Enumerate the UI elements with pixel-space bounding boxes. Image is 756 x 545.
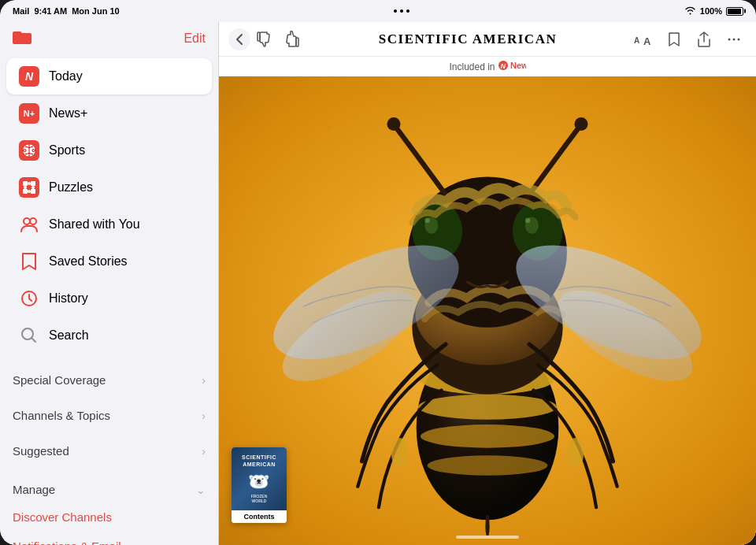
sidebar-item-puzzles[interactable]: Puzzles (6, 169, 212, 206)
svg-text:A: A (634, 36, 639, 45)
svg-text:News+: News+ (510, 61, 526, 70)
svg-rect-5 (31, 181, 35, 186)
suggested-title: Suggested (13, 444, 69, 458)
status-dot-1 (394, 9, 397, 13)
channels-topics-title: Channels & Topics (13, 409, 110, 422)
battery-fill (728, 9, 741, 14)
svg-point-12 (24, 218, 30, 224)
svg-point-22 (738, 38, 740, 40)
shared-label: Shared with You (49, 217, 140, 232)
special-coverage-title: Special Coverage (13, 373, 106, 387)
suggested-chevron: › (202, 445, 206, 458)
svg-point-35 (428, 455, 548, 476)
discover-channels-link[interactable]: Discover Channels (0, 502, 218, 532)
sidebar-item-sports[interactable]: Sports (6, 132, 212, 169)
special-coverage-chevron: › (202, 374, 206, 387)
svg-rect-17 (296, 38, 298, 46)
folder-icon (13, 28, 32, 48)
more-button[interactable] (721, 27, 747, 52)
manage-section: Manage ⌄ Discover Channels Notifications… (0, 470, 218, 545)
special-coverage-header[interactable]: Special Coverage › (0, 364, 218, 393)
svg-point-33 (418, 395, 557, 420)
svg-point-44 (525, 218, 530, 223)
status-dot-2 (400, 9, 403, 13)
svg-rect-7 (31, 189, 35, 194)
mag-label: Contents (232, 510, 287, 523)
puzzles-label: Puzzles (49, 180, 93, 195)
svg-point-13 (30, 218, 36, 224)
sidebar: Edit N Today N+ News+ (0, 22, 219, 545)
status-time: 9:41 AM (34, 6, 67, 16)
sidebar-item-today[interactable]: N Today (6, 58, 212, 95)
status-app-name: Mail (13, 6, 29, 16)
suggested-header[interactable]: Suggested › (0, 435, 218, 464)
toolbar-left (228, 27, 304, 52)
svg-point-46 (575, 117, 588, 131)
svg-text:A: A (643, 35, 651, 46)
scroll-indicator (456, 536, 519, 539)
status-center (394, 9, 410, 13)
newsplus-logo: N News+ (498, 60, 526, 73)
bookmark-button[interactable] (662, 27, 687, 52)
nav-section-main: N Today N+ News+ (0, 54, 218, 358)
content-area: SCIENTIFIC AMERICAN A A (219, 22, 756, 545)
svg-rect-16 (258, 32, 260, 41)
history-icon (19, 288, 39, 309)
svg-point-52 (567, 438, 584, 468)
wifi-icon (684, 6, 696, 17)
channels-topics-header[interactable]: Channels & Topics › (0, 399, 218, 428)
notifications-email-label: Notifications & Email (13, 539, 121, 545)
svg-point-9 (28, 190, 31, 193)
newsplus-badge: Included in N News+ (219, 57, 756, 76)
svg-point-51 (391, 438, 408, 468)
edit-button[interactable]: Edit (183, 32, 206, 46)
back-button[interactable] (228, 28, 250, 50)
app-layout: Edit N Today N+ News+ (0, 22, 756, 545)
manage-header[interactable]: Manage ⌄ (0, 473, 218, 502)
sidebar-item-newsplus[interactable]: N+ News+ (6, 95, 212, 132)
notifications-email-link[interactable]: Notifications & Email (0, 532, 218, 545)
dislike-button[interactable] (252, 27, 277, 52)
svg-point-45 (387, 117, 401, 131)
today-label: Today (49, 69, 83, 83)
manage-chevron: ⌄ (196, 484, 206, 496)
shared-icon (19, 214, 39, 235)
svg-point-27 (243, 99, 247, 104)
status-left: Mail 9:41 AM Mon Jun 10 (13, 6, 120, 16)
search-label: Search (49, 328, 89, 343)
manage-title: Manage (13, 483, 55, 496)
search-icon (19, 325, 39, 346)
svg-point-28 (327, 125, 330, 128)
svg-point-21 (733, 38, 736, 40)
svg-rect-6 (23, 189, 28, 194)
magazine-thumbnail[interactable]: SCIENTIFIC AMERICAN 🐻‍❄️ FROZEN WORLD Co… (232, 447, 287, 523)
toolbar-right: A A (632, 27, 747, 52)
svg-point-11 (32, 186, 35, 189)
mag-cover-content: SCIENTIFIC AMERICAN 🐻‍❄️ FROZEN WORLD (242, 454, 276, 504)
sidebar-header: Edit (0, 22, 218, 54)
svg-point-30 (728, 175, 732, 178)
svg-point-34 (421, 425, 554, 448)
sidebar-item-saved[interactable]: Saved Stories (6, 243, 212, 280)
saved-icon (19, 251, 39, 272)
status-bar: Mail 9:41 AM Mon Jun 10 100% (0, 0, 756, 22)
status-right: 100% (684, 6, 743, 17)
badge-text: Included in (449, 61, 495, 72)
svg-rect-4 (23, 181, 28, 186)
sidebar-item-shared[interactable]: Shared with You (6, 206, 212, 243)
sidebar-item-history[interactable]: History (6, 280, 212, 317)
like-button[interactable] (279, 27, 304, 52)
newsplus-icon: N+ (19, 103, 39, 124)
svg-point-29 (702, 115, 709, 122)
channels-topics-chevron: › (202, 410, 206, 422)
publication-title: SCIENTIFIC AMERICAN (379, 32, 557, 47)
font-size-button[interactable]: A A (632, 27, 657, 52)
battery-percentage: 100% (700, 6, 722, 16)
sidebar-item-search[interactable]: Search (6, 317, 212, 354)
share-button[interactable] (691, 27, 717, 52)
today-icon: N (19, 66, 39, 87)
svg-text:N: N (500, 62, 506, 70)
sports-label: Sports (49, 143, 85, 158)
svg-point-8 (28, 182, 31, 185)
history-label: History (49, 291, 88, 306)
